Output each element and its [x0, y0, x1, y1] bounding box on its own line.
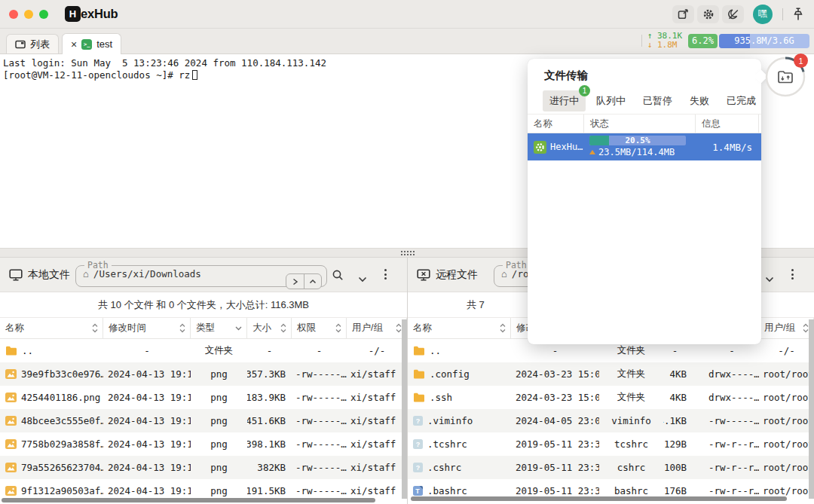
cell-mtime: 2019-05-11 23:33 [511, 432, 599, 456]
remote-summary-text: 共 7 [467, 298, 485, 312]
file-name: .bashrc [427, 485, 467, 496]
local-vertical-scrollbar[interactable] [402, 319, 407, 499]
path-forward-button[interactable] [286, 274, 304, 289]
file-row[interactable]: .ssh2024-03-23 15:05文件夹4KBdrwx----…root/… [408, 386, 814, 409]
transfer-count-badge: 1 [794, 53, 808, 68]
sort-icon[interactable] [803, 323, 809, 333]
local-menu-button[interactable] [384, 269, 387, 279]
file-name: .. [22, 345, 33, 356]
cell-owner: xi/staff [347, 362, 407, 386]
sort-icon[interactable] [396, 323, 402, 333]
remote-collapse-button[interactable] [765, 272, 774, 286]
local-summary: 共 10 个文件 和 0 个文件夹，大小总计: 116.3MB [0, 292, 407, 318]
cell-size: 4KB [663, 386, 705, 409]
sort-icon[interactable] [335, 323, 341, 333]
local-collapse-button[interactable] [358, 272, 367, 286]
sort-icon[interactable] [280, 323, 286, 333]
transfer-tab[interactable]: 队列中 [589, 90, 632, 111]
pin-button[interactable] [793, 8, 803, 21]
file-row[interactable]: 7758b029a3858f…2024-04-13 19:11png398.1K… [0, 432, 407, 456]
unknown-icon: ? [413, 416, 423, 426]
transfer-row[interactable]: HexHu… 20.5% 23.5MB/114.4MB 1.4MB/s [528, 133, 761, 160]
local-horizontal-scrollbar[interactable] [2, 498, 375, 502]
avatar[interactable]: 嘿 [753, 5, 773, 24]
cell-mtime: 2024-04-05 23:03 [511, 409, 599, 432]
settings-button[interactable] [697, 5, 719, 23]
tab-session-test[interactable]: × >_ test [62, 33, 121, 54]
image-icon [5, 439, 17, 449]
column-header[interactable]: 修改时间 [103, 318, 191, 338]
column-header[interactable]: 用户/组 [347, 318, 407, 338]
cell-permissions: -rw-----… [705, 409, 759, 432]
file-row[interactable]: ?.tcshrc2019-05-11 23:33tcshrc129B-rw-r-… [408, 432, 814, 456]
cell-size: 129B [663, 432, 705, 456]
svg-text:?: ? [416, 441, 421, 448]
file-row[interactable]: ?.viminfo2024-04-05 23:03viminfo4.1KB-rw… [408, 409, 814, 432]
file-row[interactable]: 79a55265623704…2024-04-13 19:11png382KB-… [0, 456, 407, 479]
cell-mtime: 2024-04-13 19:11 [103, 386, 191, 409]
cell-owner: -/- [759, 339, 814, 362]
path-up-button[interactable] [304, 274, 321, 289]
file-row[interactable]: 48bcee3c555e0f…2024-04-13 19:11png451.6K… [0, 409, 407, 432]
zoom-window-button[interactable] [39, 10, 48, 19]
remote-panel-title-label: 远程文件 [436, 268, 478, 282]
file-row[interactable]: ?.cshrc2019-05-11 23:33cshrc100B-rw-r--r… [408, 456, 814, 479]
transfer-popup-title: 文件传输 [528, 59, 761, 83]
cell-name: 39e9fb33c0e976… [0, 362, 103, 386]
tab-count-badge: 1 [579, 85, 590, 96]
image-icon [5, 463, 17, 472]
cell-size: 451.6KB [247, 409, 292, 432]
cell-name: .config [408, 362, 511, 386]
filter-chevron-icon[interactable] [235, 326, 242, 331]
moon-slash-icon [727, 8, 739, 20]
cell-type: png [191, 432, 247, 456]
local-path-value[interactable]: /Users/xi/Downloads [93, 268, 201, 279]
column-header[interactable]: 用户/组 [759, 318, 814, 338]
column-header-label: 大小 [252, 322, 271, 334]
transfer-float-button[interactable]: 1 [764, 56, 806, 98]
transfer-tab[interactable]: 失败 [683, 90, 716, 111]
column-header[interactable]: 大小 [247, 318, 292, 338]
column-header[interactable]: 名称 [0, 318, 103, 338]
transfer-tab[interactable]: 已暂停 [636, 90, 679, 111]
close-tab-icon[interactable]: × [71, 39, 77, 50]
local-search-button[interactable] [332, 269, 344, 284]
minimize-window-button[interactable] [24, 10, 33, 19]
monitor-icon [9, 269, 23, 281]
sort-icon[interactable] [500, 323, 506, 333]
cell-mtime: 2024-03-23 15:05 [511, 386, 599, 409]
local-path-box[interactable]: Path ⌂ /Users/xi/Downloads [75, 260, 327, 287]
cell-owner: root/root [759, 386, 814, 409]
cell-type: png [191, 456, 247, 479]
detach-window-button[interactable] [672, 5, 694, 23]
splitter-grip-icon[interactable] [400, 250, 415, 256]
close-window-button[interactable] [9, 10, 18, 19]
sort-icon[interactable] [92, 323, 98, 333]
column-header[interactable]: 权限 [292, 318, 347, 338]
remote-panel-title: 远程文件 [417, 258, 478, 292]
cell-type: cshrc [599, 456, 663, 479]
file-row[interactable]: .config2024-03-23 15:09文件夹4KBdrwx----…ro… [408, 362, 814, 386]
remote-menu-button[interactable] [791, 269, 794, 279]
cell-name: ?.viminfo [408, 409, 511, 432]
file-name: 9f1312a90503af… [21, 485, 103, 496]
remote-vertical-scrollbar[interactable] [809, 319, 814, 499]
theme-toggle-button[interactable] [722, 5, 744, 23]
column-header-label: 类型 [196, 322, 215, 334]
file-row[interactable]: 39e9fb33c0e976…2024-04-13 19:11png357.3K… [0, 362, 407, 386]
column-header-label: 修改时间 [109, 322, 146, 334]
cell-mtime: 2024-03-23 15:09 [511, 362, 599, 386]
file-name: 79a55265623704… [21, 462, 103, 473]
tab-list[interactable]: 列表 [6, 34, 59, 53]
column-header[interactable]: 类型 [191, 318, 247, 338]
home-icon: ⌂ [83, 268, 89, 279]
file-row[interactable]: ..-文件夹---/- [0, 339, 407, 362]
transfer-tab[interactable]: 进行中1 [543, 90, 586, 111]
remote-horizontal-scrollbar[interactable] [411, 496, 787, 501]
unknown-icon: ? [413, 463, 423, 472]
sort-icon[interactable] [179, 323, 185, 333]
transfer-tab[interactable]: 已完成 [720, 90, 763, 111]
file-row[interactable]: 4254401186.png2024-04-13 19:11png183.9KB… [0, 386, 407, 409]
cell-owner: root/root [759, 456, 814, 479]
column-header[interactable]: 名称 [408, 318, 511, 338]
